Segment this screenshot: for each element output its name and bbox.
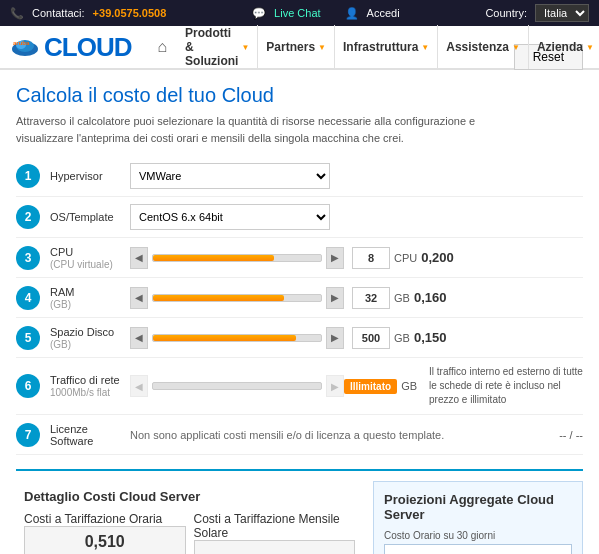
cpu-slider-wrap: ◀ ▶ [130,247,344,269]
nav-partners-label: Partners [266,40,315,54]
disk-value: 500 [352,327,390,349]
proj-hourly-value: 0,510 [384,544,572,554]
nav-bar: aruba CLOUD ⌂ Prodotti & Soluzioni ▼ Par… [0,26,599,70]
phone-number[interactable]: +39.0575.0508 [93,7,167,19]
step-7-badge: 7 [16,423,40,447]
hypervisor-label: Hypervisor [50,170,130,182]
user-icon: 👤 [345,7,359,20]
row-traffic: 6 Traffico di rete 1000Mb/s flat ◀ ▶ Ill… [16,358,583,415]
phone-icon: 📞 [10,7,24,20]
step-2-badge: 2 [16,205,40,229]
page-title: Calcola il costo del tuo Cloud [16,84,583,107]
cost-detail-title: Dettaglio Costi Cloud Server [24,489,355,504]
hypervisor-select[interactable]: VMWare XEN [130,163,330,189]
monthly-solar-value: -- [194,540,356,554]
hypervisor-select-wrap: VMWare XEN [130,163,330,189]
top-bar-center: 💬 Live Chat 👤 Accedi [252,7,400,20]
disk-slider-track[interactable] [152,334,322,342]
products-arrow-icon: ▼ [241,43,249,52]
traffic-decrease-btn[interactable]: ◀ [130,375,148,397]
disk-decrease-btn[interactable]: ◀ [130,327,148,349]
proj-hourly-item: Costo Orario su 30 giorni 0,510 [384,530,572,554]
nav-items: ⌂ Prodotti & Soluzioni ▼ Partners ▼ Infr… [147,25,599,69]
nav-support-label: Assistenza [446,40,509,54]
traffic-increase-btn[interactable]: ▶ [326,375,344,397]
cost-grid: Costi a Tariffazione Oraria 0,510 Costi … [24,512,355,554]
projections-panel: Proiezioni Aggregate Cloud Server Costo … [373,481,583,554]
nav-partners[interactable]: Partners ▼ [258,25,335,69]
cost-detail-panel: Dettaglio Costi Cloud Server Costi a Tar… [16,481,363,554]
nav-products-label: Prodotti & Soluzioni [185,26,238,68]
disk-increase-btn[interactable]: ▶ [326,327,344,349]
nav-company[interactable]: Azienda ▼ [529,25,599,69]
aruba-logo-icon: aruba [10,35,40,57]
license-label: Licenze Software [50,423,130,447]
ram-unit: GB [394,292,410,304]
step-5-badge: 5 [16,326,40,350]
step-6-badge: 6 [16,374,40,398]
traffic-slider-wrap: ◀ ▶ [130,375,344,397]
row-hypervisor: 1 Hypervisor VMWare XEN [16,156,583,197]
login-label[interactable]: Accedi [367,7,400,19]
nav-home-icon[interactable]: ⌂ [147,38,177,56]
cpu-slider-track[interactable] [152,254,322,262]
contact-label: Contattaci: [32,7,85,19]
page-description: Attraverso il calcolatore puoi seleziona… [16,113,496,146]
license-value: -- / -- [559,429,583,441]
top-bar-right: Country: Italia [485,4,589,22]
bottom-section: Dettaglio Costi Cloud Server Costi a Tar… [16,469,583,554]
disk-price: 0,150 [414,330,447,345]
livechat-label[interactable]: Live Chat [274,7,320,19]
row-license: 7 Licenze Software Non sono applicati co… [16,415,583,455]
cpu-unit: CPU [394,252,417,264]
traffic-slider-track [152,382,322,390]
cpu-increase-btn[interactable]: ▶ [326,247,344,269]
disk-slider-wrap: ◀ ▶ [130,327,344,349]
ram-label: RAM (GB) [50,286,130,310]
infra-arrow-icon: ▼ [421,43,429,52]
os-select-wrap: CentOS 6.x 64bit Windows Ubuntu [130,204,330,230]
top-bar: 📞 Contattaci: +39.0575.0508 💬 Live Chat … [0,0,599,26]
ram-slider-wrap: ◀ ▶ [130,287,344,309]
disk-unit: GB [394,332,410,344]
os-select[interactable]: CentOS 6.x 64bit Windows Ubuntu [130,204,330,230]
projections-title: Proiezioni Aggregate Cloud Server [384,492,572,522]
row-disk: 5 Spazio Disco (GB) ◀ ▶ 500 GB 0,150 [16,318,583,358]
cpu-price: 0,200 [421,250,454,265]
ram-slider-fill [153,295,284,301]
nav-company-label: Azienda [537,40,583,54]
cpu-label: CPU (CPU virtuale) [50,246,130,270]
logo-area: aruba CLOUD [10,34,131,60]
nav-support[interactable]: Assistenza ▼ [438,25,529,69]
disk-slider-fill [153,335,296,341]
nav-infra[interactable]: Infrastruttura ▼ [335,25,438,69]
chat-icon: 💬 [252,7,266,20]
license-text: Non sono applicati costi mensili e/o di … [130,429,549,441]
step-3-badge: 3 [16,246,40,270]
nav-infra-label: Infrastruttura [343,40,418,54]
traffic-label: Traffico di rete 1000Mb/s flat [50,374,130,398]
company-arrow-icon: ▼ [586,43,594,52]
cpu-decrease-btn[interactable]: ◀ [130,247,148,269]
top-bar-left: 📞 Contattaci: +39.0575.0508 [10,7,166,20]
hourly-value: 0,510 [24,526,186,554]
logo-text: CLOUD [44,34,131,60]
cpu-slider-fill [153,255,274,261]
row-os-template: 2 OS/Template CentOS 6.x 64bit Windows U… [16,197,583,238]
ram-slider-track[interactable] [152,294,322,302]
ram-increase-btn[interactable]: ▶ [326,287,344,309]
ram-value: 32 [352,287,390,309]
title-prefix: Calcola il costo del tuo [16,84,222,106]
ram-decrease-btn[interactable]: ◀ [130,287,148,309]
proj-hourly-label: Costo Orario su 30 giorni [384,530,572,541]
row-ram: 4 RAM (GB) ◀ ▶ 32 GB 0,160 [16,278,583,318]
support-arrow-icon: ▼ [512,43,520,52]
step-4-badge: 4 [16,286,40,310]
disk-label: Spazio Disco (GB) [50,326,130,350]
traffic-unit: GB [401,380,417,392]
step-1-badge: 1 [16,164,40,188]
ram-price: 0,160 [414,290,447,305]
country-label: Country: [485,7,527,19]
country-select[interactable]: Italia [535,4,589,22]
nav-products[interactable]: Prodotti & Soluzioni ▼ [177,25,258,69]
